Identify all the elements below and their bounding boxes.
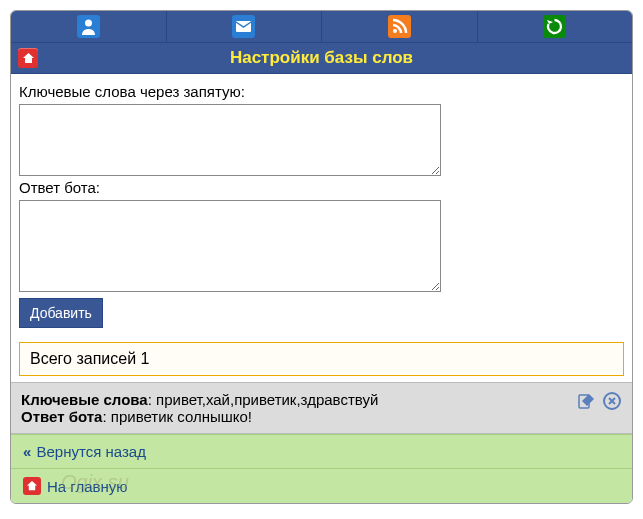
refresh-icon	[543, 15, 566, 38]
chevron-left-icon: «	[23, 443, 28, 460]
entry-keywords-label: Ключевые слова	[21, 391, 148, 408]
edit-icon[interactable]	[577, 391, 597, 411]
add-button[interactable]: Добавить	[19, 298, 103, 328]
page-header: Настройки базы слов	[11, 43, 632, 74]
home-icon[interactable]	[18, 48, 38, 68]
toolbar-rss[interactable]	[322, 11, 478, 42]
answer-label: Ответ бота:	[19, 179, 624, 196]
form-area: Ключевые слова через запятую: Ответ бота…	[11, 74, 632, 336]
toolbar-profile[interactable]	[11, 11, 167, 42]
profile-icon	[77, 15, 100, 38]
delete-icon[interactable]	[602, 391, 622, 411]
keywords-label: Ключевые слова через запятую:	[19, 83, 624, 100]
svg-rect-6	[543, 15, 566, 38]
svg-point-1	[85, 20, 92, 27]
answer-input[interactable]	[19, 200, 441, 292]
entry-answer-value: : приветик солнышко!	[102, 408, 252, 425]
toolbar-messages[interactable]	[167, 11, 323, 42]
toolbar-refresh[interactable]	[478, 11, 633, 42]
entry-actions	[577, 391, 622, 411]
home-icon	[23, 477, 41, 495]
nav-back-row: « Вернутся назад	[11, 434, 632, 468]
top-toolbar	[11, 11, 632, 43]
entry-answer-label: Ответ бота	[21, 408, 102, 425]
svg-point-5	[393, 29, 397, 33]
nav-home-row: На главную Ogix.su	[11, 468, 632, 503]
svg-rect-4	[388, 15, 411, 38]
home-link[interactable]: На главную	[47, 478, 128, 495]
records-count: Всего записей 1	[19, 342, 624, 376]
keywords-input[interactable]	[19, 104, 441, 176]
entry-keywords-value: : привет,хай,приветик,здравствуй	[148, 391, 379, 408]
back-link[interactable]: Вернутся назад	[37, 443, 146, 460]
envelope-icon	[232, 15, 255, 38]
entry-row: Ключевые слова: привет,хай,приветик,здра…	[11, 382, 632, 434]
page-title: Настройки базы слов	[230, 48, 413, 67]
rss-icon	[388, 15, 411, 38]
app-window: Настройки базы слов Ключевые слова через…	[10, 10, 633, 504]
